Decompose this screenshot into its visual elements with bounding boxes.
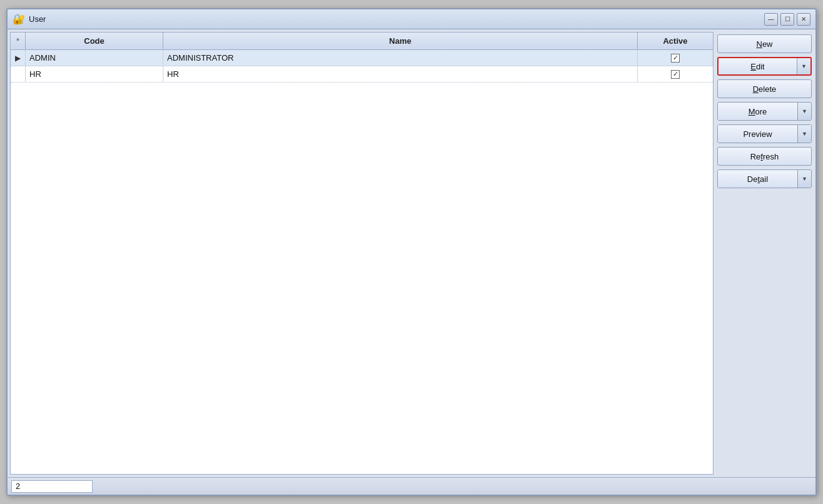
detail-button-container: Detail ▼ <box>717 169 812 188</box>
detail-button-label: Detail <box>747 174 768 184</box>
table-row[interactable]: ▶ ADMIN ADMINISTRATOR ✓ <box>11 50 713 66</box>
table-header: * Code Name Active <box>11 33 713 50</box>
preview-button-label: Preview <box>743 129 772 139</box>
more-button[interactable]: More <box>718 103 797 120</box>
preview-button-container: Preview ▼ <box>717 124 812 143</box>
row-active: ✓ <box>638 50 713 66</box>
window-controls: — ☐ ✕ <box>764 13 810 26</box>
col-active-header: Active <box>638 33 713 49</box>
active-checkbox: ✓ <box>671 54 680 63</box>
detail-dropdown-arrow[interactable]: ▼ <box>797 170 811 188</box>
record-count: 2 <box>11 480 93 493</box>
row-active: ✓ <box>638 66 713 82</box>
edit-button-label: Edit <box>750 62 764 71</box>
close-button[interactable]: ✕ <box>797 13 810 26</box>
new-button-label: New <box>756 39 772 49</box>
title-bar: 🔐 User — ☐ ✕ <box>8 9 815 29</box>
row-code: HR <box>26 66 163 82</box>
edit-button[interactable]: Edit <box>718 58 797 74</box>
table-row[interactable]: HR HR ✓ <box>11 66 713 83</box>
edit-dropdown-arrow[interactable]: ▼ <box>797 58 810 74</box>
preview-button[interactable]: Preview <box>718 125 797 143</box>
edit-button-container: Edit ▼ <box>717 57 812 76</box>
row-indicator <box>11 66 26 82</box>
table-body[interactable]: ▶ ADMIN ADMINISTRATOR ✓ HR HR ✓ <box>11 50 713 474</box>
row-name: HR <box>163 66 638 82</box>
delete-button-label: Delete <box>753 84 777 94</box>
active-checkbox: ✓ <box>671 70 680 79</box>
content-area: * Code Name Active ▶ ADMIN ADMINISTRATOR… <box>8 29 815 477</box>
refresh-button-label: Refresh <box>750 152 779 161</box>
row-indicator: ▶ <box>11 50 26 66</box>
more-button-label: More <box>749 107 767 116</box>
preview-dropdown-arrow[interactable]: ▼ <box>797 125 811 143</box>
col-star-header: * <box>11 33 26 49</box>
more-button-container: More ▼ <box>717 102 812 121</box>
delete-button[interactable]: Delete <box>717 79 812 98</box>
col-code-header: Code <box>26 33 163 49</box>
main-window: 🔐 User — ☐ ✕ * Code Name Active ▶ ADMIN <box>6 8 817 496</box>
sidebar-buttons: New Edit ▼ Delete More ▼ <box>716 32 813 475</box>
status-bar: 2 <box>8 477 815 495</box>
refresh-button[interactable]: Refresh <box>717 147 812 166</box>
row-name: ADMINISTRATOR <box>163 50 638 66</box>
maximize-button[interactable]: ☐ <box>780 13 794 26</box>
detail-button[interactable]: Detail <box>718 170 797 188</box>
data-table: * Code Name Active ▶ ADMIN ADMINISTRATOR… <box>10 32 713 475</box>
minimize-button[interactable]: — <box>764 13 778 26</box>
new-button[interactable]: New <box>717 34 812 53</box>
col-name-header: Name <box>163 33 638 49</box>
window-icon: 🔐 <box>13 13 25 26</box>
row-code: ADMIN <box>26 50 163 66</box>
window-title: User <box>29 14 764 24</box>
more-dropdown-arrow[interactable]: ▼ <box>797 103 811 120</box>
